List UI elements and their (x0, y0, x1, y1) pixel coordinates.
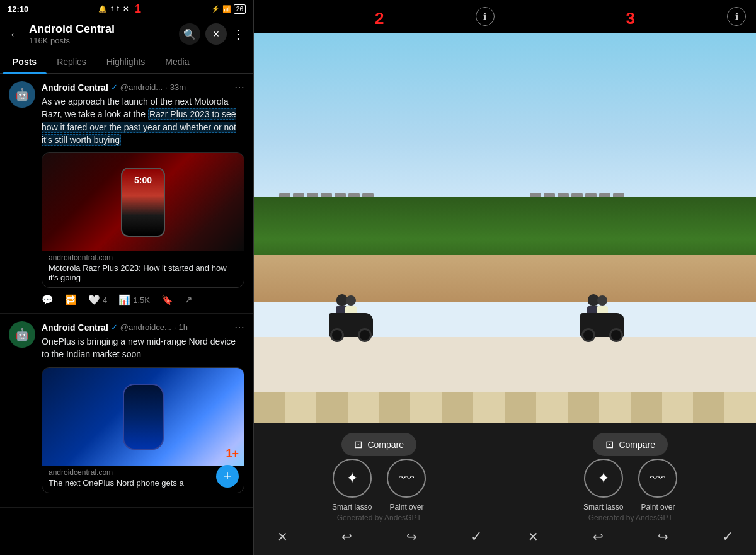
like-button[interactable]: 🤍 4 (88, 294, 107, 306)
confirm-button-3[interactable]: ✓ (716, 525, 740, 549)
street-scene-3 (505, 33, 757, 423)
generated-by-2: Generated by AndesGPT (337, 513, 421, 522)
undo-button-2[interactable]: ↩ (335, 525, 359, 549)
fab-compose-button[interactable]: + (216, 465, 239, 488)
image-area-2 (254, 33, 505, 423)
like-count: 4 (103, 295, 107, 305)
header-info: Android Central 116K posts (29, 23, 171, 45)
verified-badge-2: ✓ (111, 323, 118, 332)
redo-button-2[interactable]: ↪ (399, 525, 423, 549)
tweet-card[interactable]: 5:00 androidcentral.com Motorola Razr Pl… (42, 152, 244, 288)
tweet-header-2: Android Central ✓ @androidce... · 1h ⋯ (42, 321, 244, 333)
info-icon-3: ℹ (735, 11, 738, 21)
tweet-card-2[interactable]: 1+ + androidcentral.com The next OnePlus… (42, 367, 244, 493)
oneplus-logo: 1+ (226, 447, 239, 461)
confirm-icon-2: ✓ (471, 529, 482, 545)
confirm-button-2[interactable]: ✓ (464, 525, 488, 549)
tab-highlights[interactable]: Highlights (96, 50, 155, 73)
tweet-card-image-2: 1+ (42, 368, 244, 466)
info-icon-2: ℹ (483, 11, 486, 21)
info-button-2[interactable]: ℹ (476, 7, 495, 26)
retweet-button[interactable]: 🔁 (65, 294, 77, 306)
image-panel-2: ℹ (254, 0, 505, 555)
tweet-actions: 💬 🔁 🤍 4 📊 1.5K 🔖 (42, 294, 244, 306)
avatar-2: 🤖 (9, 321, 35, 348)
retweet-icon: 🔁 (65, 294, 77, 306)
close-icon: × (213, 28, 220, 41)
tweet-item: 🤖 Android Central ✓ @android... · 33m ⋯ … (0, 74, 253, 314)
tweet-more-button[interactable]: ⋯ (234, 81, 244, 93)
smart-lasso-icon-2: ✦ (346, 469, 358, 487)
back-button[interactable]: ← (9, 27, 21, 42)
views-icon: 📊 (118, 294, 130, 306)
search-icon: 🔍 (183, 28, 196, 40)
view-count: 1.5K (133, 295, 150, 305)
redo-button-3[interactable]: ↪ (651, 525, 675, 549)
cancel-button-2[interactable]: ✕ (270, 525, 294, 549)
search-button[interactable]: 🔍 (179, 23, 200, 45)
redo-icon-2: ↪ (406, 529, 417, 544)
compare-button-3[interactable]: ⊡ Compare (593, 433, 668, 456)
bookmark-button[interactable]: 🔖 (161, 294, 173, 306)
passenger-helmet-3 (597, 295, 607, 306)
smart-lasso-circle-3: ✦ (584, 459, 623, 498)
paint-over-label-3: Paint over (641, 503, 675, 512)
avatar: 🤖 (9, 81, 35, 108)
left-panel: 12:10 🔔 f f ✕ 1 ⚡ 📶 26 ← Android Central… (0, 0, 254, 555)
tweet-feed: 🤖 Android Central ✓ @android... · 33m ⋯ … (0, 74, 253, 555)
paint-over-tool-2[interactable]: 〰 Paint over (387, 459, 426, 512)
smart-lasso-label-2: Smart lasso (332, 503, 372, 512)
paint-over-circle-3: 〰 (638, 459, 677, 498)
tab-posts[interactable]: Posts (3, 50, 47, 73)
status-icons: 🔔 f f ✕ 1 (98, 3, 141, 16)
bottom-actions-2: ✕ ↩ ↪ ✓ (260, 525, 498, 549)
undo-icon-2: ↩ (341, 529, 352, 544)
stripes (254, 392, 505, 423)
card-title-2: The next OnePlus Nord phone gets a (42, 478, 244, 493)
more-button[interactable]: ⋮ (232, 26, 244, 42)
wifi-icon: 📶 (222, 5, 231, 13)
phone-time: 5:00 (134, 175, 152, 185)
compare-icon-3: ⊡ (605, 438, 614, 450)
share-button[interactable]: ↗ (185, 294, 193, 306)
tweet-card-image: 5:00 (42, 153, 244, 251)
tab-replies[interactable]: Replies (47, 50, 96, 73)
paint-over-tool-3[interactable]: 〰 Paint over (638, 459, 677, 512)
right-area: 2 ℹ (254, 0, 756, 555)
razr-phone-image: 5:00 (42, 153, 244, 251)
smart-lasso-tool-3[interactable]: ✦ Smart lasso (583, 459, 623, 512)
street-scene-2 (254, 33, 505, 423)
image-area-3 (505, 33, 757, 423)
card-url: androidcentral.com (42, 251, 244, 263)
motorcycle-body-3 (580, 313, 624, 337)
stripes-3 (505, 392, 757, 423)
status-right-icons: ⚡ 📶 26 (211, 4, 246, 14)
passenger-helmet (346, 295, 356, 306)
compare-label-3: Compare (619, 440, 655, 450)
confirm-icon-3: ✓ (722, 529, 733, 545)
oneplus-phone-image: 1+ (42, 368, 244, 466)
tweet-author-2: Android Central (42, 323, 108, 333)
smart-lasso-label-3: Smart lasso (583, 503, 623, 512)
info-button-3[interactable]: ℹ (727, 7, 746, 26)
battery-indicator: 26 (234, 4, 246, 14)
tools-row-3: ✦ Smart lasso 〰 Paint over (583, 459, 677, 512)
cancel-icon-2: ✕ (277, 529, 288, 544)
cancel-icon-3: ✕ (528, 529, 539, 544)
wall (254, 255, 505, 302)
smart-lasso-tool-2[interactable]: ✦ Smart lasso (332, 459, 372, 512)
status-bar: 12:10 🔔 f f ✕ 1 ⚡ 📶 26 (0, 0, 253, 18)
tweet-text: As we approach the launch of the next Mo… (42, 95, 244, 146)
card-title: Motorola Razr Plus 2023: How it started … (42, 263, 244, 287)
reply-button[interactable]: 💬 (42, 294, 54, 306)
views-button[interactable]: 📊 1.5K (118, 294, 150, 306)
close-button[interactable]: × (205, 23, 227, 45)
tab-media[interactable]: Media (155, 50, 199, 73)
undo-button-3[interactable]: ↩ (586, 525, 610, 549)
tweet-more-button-2[interactable]: ⋯ (234, 321, 244, 333)
avatar-icon-2: 🤖 (9, 321, 35, 348)
compare-button-2[interactable]: ⊡ Compare (341, 433, 416, 456)
cancel-button-3[interactable]: ✕ (522, 525, 546, 549)
tweet-header: Android Central ✓ @android... · 33m ⋯ (42, 81, 244, 93)
section-num-2: 2 (375, 9, 384, 28)
